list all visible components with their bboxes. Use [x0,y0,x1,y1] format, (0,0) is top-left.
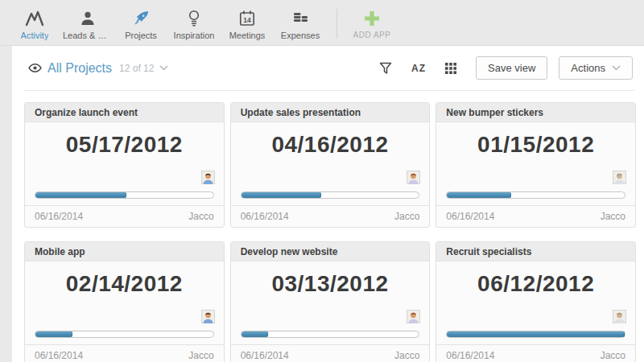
owner-avatar [201,171,215,184]
activity-icon [25,9,44,28]
project-title: Mobile app [25,242,224,261]
nav-item-expenses[interactable]: Expenses [274,0,327,45]
calendar-icon: 14 [238,9,256,28]
toolbar-actions: AZ Save view Actions [379,56,633,80]
progress-bar [446,191,625,199]
project-card[interactable]: Update sales presentation 04/16/2012 06/… [230,102,431,228]
project-card[interactable]: Mobile app 02/14/2012 06/16/2014 J [24,241,225,362]
view-title: All Projects [47,61,112,76]
project-date: 06/12/2012 [436,271,635,297]
progress-bar [241,191,420,199]
add-app-button[interactable]: ADD APP [345,0,398,45]
owner-avatar [407,310,420,323]
chevron-down-icon [612,65,621,71]
project-title: Recruit specialists [436,242,635,261]
avatar-icon [201,310,215,323]
grid-view-icon[interactable] [445,63,456,74]
avatar-icon [613,310,626,323]
nav-label: Meetings [229,31,266,40]
progress-fill [35,331,72,337]
plus-icon [363,9,381,28]
sort-az-button[interactable]: AZ [411,63,426,74]
owner-avatar [407,171,420,184]
nav-label: Leads & Cli... [63,31,113,40]
project-owner: Jacco [188,350,213,361]
nav-label: Inspiration [174,31,215,40]
progress-fill [447,331,625,337]
project-footer-date: 06/16/2014 [446,350,494,361]
project-footer-date: 06/16/2014 [446,211,494,222]
nav-divider [336,9,337,39]
nav-item-projects[interactable]: Projects [114,0,167,45]
owner-avatar [201,310,215,323]
project-footer-date: 06/16/2014 [35,350,83,361]
project-cards-grid: Organize launch event 05/17/2012 06/16/2… [12,91,644,362]
project-footer-date: 06/16/2014 [241,350,289,361]
nav-label: Expenses [281,31,320,40]
projects-toolbar: All Projects 12 of 12 AZ [12,46,644,90]
project-card[interactable]: Recruit specialists 06/12/2012 06/16/201… [436,241,636,362]
progress-fill [447,192,510,198]
avatar-icon [407,310,420,323]
nav-item-inspiration[interactable]: Inspiration [167,0,221,45]
progress-fill [35,192,126,198]
project-owner: Jacco [188,211,213,222]
app-navbar: Activity Leads & Cli... Projects Inspira… [0,0,644,46]
progress-bar [35,191,214,199]
progress-bar [35,331,214,338]
progress-fill [242,331,268,337]
project-card[interactable]: Develop new website 03/13/2012 06/16/201… [230,241,431,362]
project-date: 03/13/2012 [231,271,430,297]
project-card[interactable]: New bumper stickers 01/15/2012 06/16/201… [436,102,636,228]
project-owner: Jacco [601,350,625,361]
lightbulb-icon [188,9,200,28]
project-owner: Jacco [394,211,419,222]
view-count: 12 of 12 [119,63,154,74]
project-owner: Jacco [601,211,625,222]
eye-icon [28,64,42,72]
actions-button[interactable]: Actions [559,56,633,80]
add-app-label: ADD APP [353,31,391,39]
project-footer-date: 06/16/2014 [35,211,83,222]
owner-avatar [613,171,626,184]
avatar-icon [613,171,626,184]
project-title: New bumper stickers [436,103,635,122]
project-date: 02/14/2012 [25,271,224,297]
nav-label: Activity [21,31,49,40]
chevron-down-icon [159,65,168,71]
sort-az-label: AZ [411,63,426,74]
nav-item-meetings[interactable]: 14 Meetings [221,0,274,45]
project-date: 01/15/2012 [436,132,635,158]
project-date: 05/17/2012 [25,132,224,158]
filter-icon[interactable] [379,62,392,75]
project-card[interactable]: Organize launch event 05/17/2012 06/16/2… [24,102,225,228]
owner-avatar [613,310,626,323]
progress-bar [241,331,420,338]
person-icon [80,9,96,28]
svg-text:14: 14 [243,16,251,24]
project-title: Organize launch event [25,103,224,122]
progress-bar [446,331,625,338]
nav-label: Projects [125,31,157,40]
project-footer-date: 06/16/2014 [241,211,289,222]
project-date: 04/16/2012 [231,132,430,158]
rocket-icon [132,9,150,28]
main-panel: All Projects 12 of 12 AZ [12,46,644,362]
nav-item-activity[interactable]: Activity [8,0,61,45]
project-owner: Jacco [394,350,419,361]
nav-item-leads-clients[interactable]: Leads & Cli... [61,0,114,45]
save-view-label: Save view [488,62,535,74]
progress-fill [242,192,321,198]
avatar-icon [201,171,215,184]
project-title: Update sales presentation [231,103,430,122]
coins-icon [291,9,309,28]
project-title: Develop new website [231,242,430,261]
actions-label: Actions [571,62,605,74]
view-selector[interactable]: All Projects 12 of 12 [28,61,168,76]
save-view-button[interactable]: Save view [476,56,547,80]
avatar-icon [407,171,420,184]
